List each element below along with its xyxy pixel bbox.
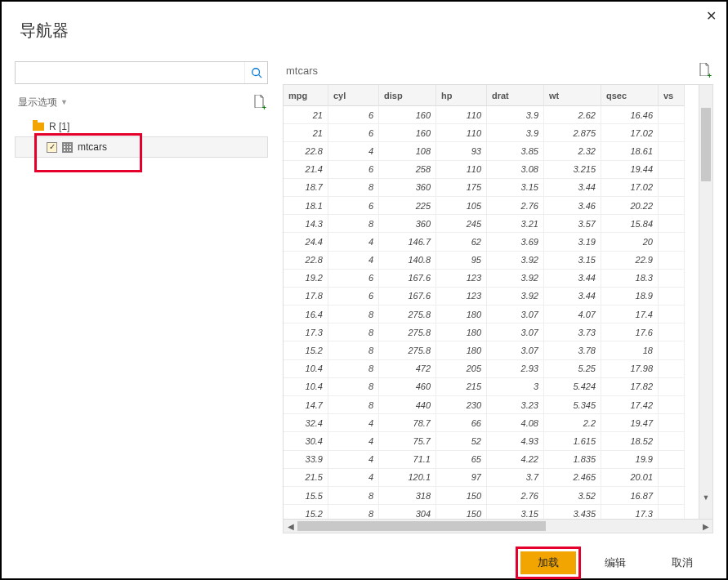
data-cell: 2.76 (487, 487, 544, 505)
data-cell: 21 (284, 106, 328, 124)
close-icon[interactable]: ✕ (706, 8, 717, 24)
scroll-right-icon[interactable]: ▶ (699, 522, 712, 531)
data-cell: 6 (328, 197, 379, 215)
data-cell: 19.47 (601, 414, 659, 432)
data-cell: 18.1 (284, 197, 328, 215)
data-cell: 97 (436, 469, 487, 487)
data-cell: 275.8 (379, 306, 436, 323)
checkbox-mtcars[interactable]: ✓ (47, 142, 57, 153)
data-cell (659, 179, 685, 197)
main-layout: 显示选项 ▼ + R [1] ✓ mtcars (15, 61, 713, 533)
data-cell: 167.6 (379, 270, 436, 288)
data-cell: 21 (284, 124, 328, 142)
data-cell: 215 (436, 378, 487, 396)
data-cell: 3.7 (487, 469, 544, 487)
data-cell: 3.44 (544, 179, 601, 197)
tree-child-label: mtcars (78, 141, 107, 153)
column-header[interactable]: vs (659, 85, 685, 106)
column-header[interactable]: hp (436, 85, 487, 106)
data-cell: 275.8 (379, 323, 436, 341)
data-cell: 71.1 (379, 451, 436, 469)
data-cell: 3.07 (487, 323, 544, 341)
horizontal-scrollbar[interactable]: ◀ ▶ (283, 520, 713, 533)
display-options-dropdown[interactable]: 显示选项 ▼ (18, 96, 68, 109)
column-header[interactable]: drat (487, 85, 544, 106)
data-cell (659, 378, 685, 396)
data-cell: 123 (436, 288, 487, 306)
data-cell: 3.21 (487, 215, 544, 233)
data-cell: 8 (328, 487, 379, 505)
data-cell: 275.8 (379, 341, 436, 359)
data-cell: 175 (436, 179, 487, 197)
search-row (15, 61, 268, 84)
data-cell: 110 (436, 106, 487, 124)
data-cell: 16.46 (601, 106, 659, 124)
horizontal-scrollbar-track[interactable] (297, 520, 699, 533)
horizontal-scrollbar-thumb[interactable] (297, 521, 546, 531)
column-header[interactable]: qsec (601, 85, 659, 106)
column-header[interactable]: cyl (328, 85, 379, 106)
data-cell: 17.4 (601, 306, 659, 323)
data-cell: 8 (328, 360, 379, 378)
search-button[interactable] (244, 62, 267, 83)
data-grid-scroll[interactable]: mpgcyldisphpdratwtqsecvs2161601103.92.62… (284, 85, 699, 519)
folder-icon (33, 123, 44, 131)
data-cell: 2.93 (487, 360, 544, 378)
data-cell: 225 (379, 197, 436, 215)
data-cell: 3.46 (544, 197, 601, 215)
data-cell (659, 341, 685, 359)
scroll-left-icon[interactable]: ◀ (284, 522, 297, 531)
column-header[interactable]: disp (379, 85, 436, 106)
data-cell: 110 (436, 124, 487, 142)
data-cell: 22.8 (284, 142, 328, 160)
data-cell: 24.4 (284, 233, 328, 251)
data-cell: 3.9 (487, 124, 544, 142)
tree-child-mtcars[interactable]: ✓ mtcars (15, 136, 268, 158)
data-cell: 472 (379, 360, 436, 378)
refresh-tree-button[interactable]: + (253, 95, 265, 110)
refresh-preview-button[interactable]: + (699, 63, 710, 78)
data-cell: 20.01 (601, 469, 659, 487)
scroll-down-icon[interactable]: ▼ (699, 490, 712, 504)
data-cell: 17.3 (284, 323, 328, 341)
data-cell: 2.32 (544, 142, 601, 160)
data-cell: 5.25 (544, 360, 601, 378)
svg-line-1 (258, 75, 261, 78)
data-cell: 120.1 (379, 469, 436, 487)
data-cell: 4.08 (487, 414, 544, 432)
data-cell: 93 (436, 142, 487, 160)
cancel-button[interactable]: 取消 (654, 551, 710, 574)
data-cell: 10.4 (284, 360, 328, 378)
column-header[interactable]: mpg (284, 85, 328, 106)
data-cell: 75.7 (379, 432, 436, 450)
edit-button[interactable]: 编辑 (587, 551, 643, 574)
data-cell: 205 (436, 360, 487, 378)
tree-root-node[interactable]: R [1] (15, 118, 268, 135)
data-cell: 17.3 (601, 505, 659, 519)
vertical-scrollbar-thumb[interactable] (701, 108, 711, 181)
search-input[interactable] (16, 62, 244, 83)
vertical-scrollbar[interactable]: ▼ (699, 85, 712, 519)
data-cell: 33.9 (284, 451, 328, 469)
load-button[interactable]: 加载 (520, 551, 576, 574)
column-header[interactable]: wt (544, 85, 601, 106)
data-cell: 3.23 (487, 396, 544, 414)
svg-point-0 (252, 69, 259, 76)
data-cell: 3.69 (487, 233, 544, 251)
data-cell: 4 (328, 252, 379, 270)
data-cell: 2.465 (544, 469, 601, 487)
data-cell: 17.6 (601, 323, 659, 341)
data-cell: 14.3 (284, 215, 328, 233)
data-cell (659, 215, 685, 233)
data-cell: 4 (328, 432, 379, 450)
data-cell: 3.57 (544, 215, 601, 233)
data-cell: 18.3 (601, 270, 659, 288)
data-cell: 6 (328, 106, 379, 124)
data-cell: 2.875 (544, 124, 601, 142)
data-cell: 6 (328, 124, 379, 142)
data-cell: 3.92 (487, 270, 544, 288)
chevron-down-icon: ▼ (60, 98, 68, 106)
data-cell: 6 (328, 270, 379, 288)
display-options-row: 显示选项 ▼ + (15, 91, 268, 114)
data-cell: 3.07 (487, 341, 544, 359)
